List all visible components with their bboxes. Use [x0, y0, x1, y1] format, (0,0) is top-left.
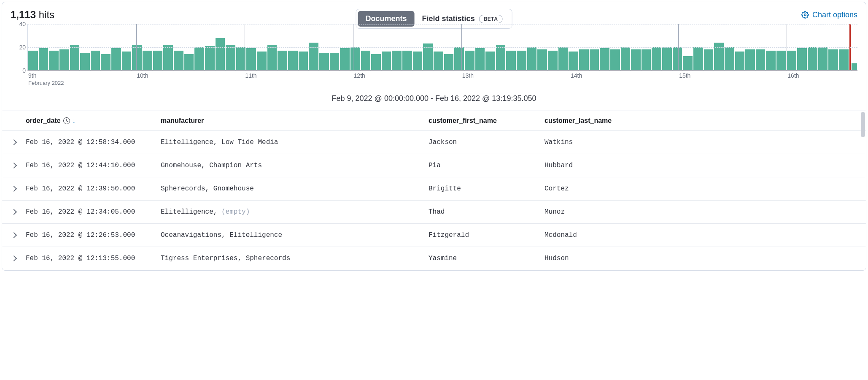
histogram-bar — [756, 49, 766, 70]
histogram-bar — [673, 47, 682, 71]
table-row: Feb 16, 2022 @ 12:44:10.000Gnomehouse, C… — [2, 154, 866, 177]
histogram-bar — [590, 49, 599, 70]
expand-row-toggle[interactable] — [2, 233, 26, 237]
table-header: order_date ↓ manufacturer customer_first… — [2, 111, 866, 131]
cell-first-name: Jackson — [429, 138, 545, 146]
histogram-bar — [143, 51, 152, 70]
expand-row-toggle[interactable] — [2, 163, 26, 168]
histogram-bar — [299, 52, 308, 70]
x-tick: 12th — [354, 72, 365, 79]
expand-row-toggle[interactable] — [2, 210, 26, 214]
hit-count-number: 1,113 — [11, 9, 36, 20]
histogram-bar — [70, 45, 80, 70]
histogram-bar — [226, 45, 235, 70]
col-header-last-name[interactable]: customer_last_name — [545, 117, 866, 125]
table-row: Feb 16, 2022 @ 12:34:05.000Elitelligence… — [2, 201, 866, 224]
histogram-bar — [330, 53, 340, 70]
histogram-bar — [797, 48, 807, 70]
histogram-bar — [174, 51, 183, 70]
col-header-first-name-label: customer_first_name — [429, 117, 497, 125]
cell-manufacturer: Elitelligence, (empty) — [161, 208, 429, 216]
histogram-bar — [392, 51, 402, 70]
histogram-bar — [652, 47, 661, 71]
col-header-manufacturer-label: manufacturer — [161, 117, 204, 125]
histogram-bar — [828, 49, 838, 70]
histogram-bar — [444, 54, 454, 70]
cell-manufacturer: Gnomehouse, Champion Arts — [161, 162, 429, 169]
day-gridline — [136, 24, 137, 70]
cell-first-name: Yasmine — [429, 255, 545, 262]
histogram-bar — [194, 47, 204, 71]
x-tick: 16th — [787, 72, 799, 79]
time-range-label: Feb 9, 2022 @ 00:00:00.000 - Feb 16, 202… — [2, 89, 866, 111]
cell-last-name: Hudson — [545, 255, 866, 262]
histogram-bar — [49, 51, 59, 70]
histogram-bar — [537, 49, 547, 70]
col-header-first-name[interactable]: customer_first_name — [429, 117, 545, 125]
histogram-bar — [246, 48, 256, 70]
histogram-bar — [132, 45, 142, 70]
table-row: Feb 16, 2022 @ 12:13:55.000Tigress Enter… — [2, 247, 866, 270]
histogram-bar — [309, 43, 318, 70]
beta-badge: BETA — [479, 15, 503, 23]
histogram-bar — [91, 51, 100, 70]
y-axis: 40 20 0 — [11, 24, 26, 71]
cell-order-date: Feb 16, 2022 @ 12:58:34.000 — [26, 138, 161, 146]
cell-manufacturer: Tigress Enterprises, Spherecords — [161, 255, 429, 262]
histogram-bar — [371, 54, 381, 70]
cell-manufacturer: Elitelligence, Low Tide Media — [161, 138, 429, 146]
histogram-bar — [236, 47, 246, 71]
histogram-bar — [621, 47, 631, 71]
x-tick: 13th — [462, 72, 474, 79]
expand-row-toggle[interactable] — [2, 256, 26, 261]
histogram-bar — [257, 52, 267, 70]
histogram-bar — [205, 46, 215, 70]
scrollbar-thumb[interactable] — [861, 112, 865, 137]
cell-last-name: Munoz — [545, 208, 866, 216]
histogram-bar — [319, 53, 329, 70]
histogram-bar — [28, 51, 38, 70]
cell-order-date: Feb 16, 2022 @ 12:39:50.000 — [26, 185, 161, 193]
histogram-bar — [111, 48, 121, 70]
histogram-bar — [517, 51, 526, 70]
expand-row-toggle[interactable] — [2, 140, 26, 144]
histogram-bar — [662, 47, 672, 71]
table-row: Feb 16, 2022 @ 12:58:34.000Elitelligence… — [2, 131, 866, 154]
histogram-bar — [278, 51, 287, 70]
histogram-bar — [402, 51, 412, 70]
histogram-bar — [808, 47, 817, 71]
day-gridline — [570, 24, 570, 70]
day-gridline — [461, 24, 462, 70]
col-header-order-date-label: order_date — [26, 117, 61, 125]
y-tick-0: 0 — [22, 67, 26, 74]
cell-last-name: Mcdonald — [545, 231, 866, 239]
histogram-bar — [642, 49, 651, 70]
histogram-bar — [714, 43, 724, 70]
histogram-bar — [787, 51, 797, 70]
table-row: Feb 16, 2022 @ 12:39:50.000Spherecords, … — [2, 177, 866, 201]
expand-row-toggle[interactable] — [2, 187, 26, 191]
cell-manufacturer: Spherecords, Gnomehouse — [161, 185, 429, 193]
histogram-bar — [423, 43, 433, 70]
histogram-bar — [745, 49, 755, 70]
histogram-bar — [465, 51, 474, 70]
histogram-bar — [579, 49, 589, 70]
header-row: 1,113 hits Documents Field statistics BE… — [2, 2, 866, 24]
chart-options-button[interactable]: Chart options — [801, 11, 857, 19]
histogram-bar — [839, 49, 849, 70]
histogram-chart[interactable]: 40 20 0 9thFebruary 202210th11th12th13th… — [2, 24, 866, 89]
hit-count: 1,113 hits — [11, 9, 54, 21]
histogram-bar — [610, 49, 620, 70]
histogram-bar — [454, 47, 464, 71]
cell-order-date: Feb 16, 2022 @ 12:13:55.000 — [26, 255, 161, 262]
col-header-manufacturer[interactable]: manufacturer — [161, 117, 429, 125]
histogram-bar — [340, 48, 350, 70]
x-tick: 11th — [245, 72, 256, 79]
cell-order-date: Feb 16, 2022 @ 12:44:10.000 — [26, 162, 161, 169]
histogram-bar — [693, 47, 703, 71]
results-table: order_date ↓ manufacturer customer_first… — [2, 111, 866, 270]
day-gridline — [787, 24, 787, 70]
col-header-order-date[interactable]: order_date ↓ — [26, 117, 161, 125]
histogram-bar — [184, 54, 194, 70]
histogram-bar — [485, 52, 495, 70]
